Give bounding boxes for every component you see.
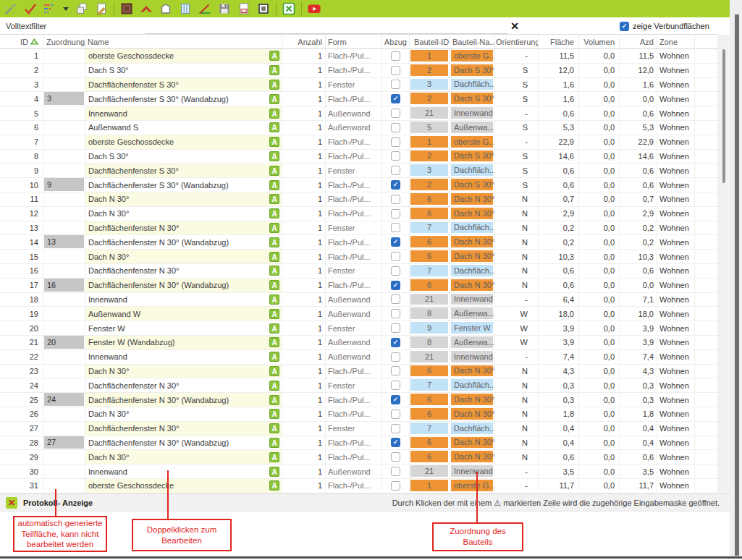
bauteil-id-value[interactable]: 21 — [410, 294, 448, 305]
bauteil-id-value[interactable]: 7 — [410, 379, 448, 391]
cell-name[interactable]: Dach S 30°A — [85, 64, 282, 77]
slope-icon[interactable] — [198, 1, 212, 16]
bauteil-name-value[interactable]: Außenwa... — [451, 122, 493, 133]
table-row[interactable]: 16Dachflächenfenster N 30°A1Fenster7Dach… — [0, 264, 717, 279]
column-header-bid[interactable]: Bauteil-ID — [410, 35, 450, 48]
cell-name[interactable]: oberste GeschossdeckeA — [85, 135, 282, 149]
cell-name[interactable]: Dach S 30°A — [85, 150, 282, 164]
abzug-checkbox[interactable] — [391, 66, 400, 75]
bauteil-id-value[interactable]: 6 — [410, 236, 448, 247]
table-row[interactable]: 13Dachflächenfenster N 30°A1Fenster7Dach… — [0, 221, 717, 236]
table-row[interactable]: 27Dachflächenfenster N 30°A1Fenster7Dach… — [0, 422, 717, 436]
bauteil-name-value[interactable]: Dach N 30° — [451, 208, 493, 219]
polygon-icon[interactable] — [159, 1, 173, 16]
cell-name[interactable]: Dachflächenfenster S 30°A — [85, 164, 282, 177]
bauteil-id-value[interactable]: 21 — [410, 107, 448, 119]
fulltext-filter-input[interactable] — [145, 20, 507, 34]
column-header-vol[interactable]: Volumen — [579, 35, 620, 48]
cell-name[interactable]: Dachflächenfenster N 30° (Wandabzug)A — [85, 436, 282, 450]
bauteil-id-value[interactable]: 9 — [410, 322, 448, 334]
table-row[interactable]: 30InnenwandA1Außenwand21Innenwand-3,50,0… — [0, 464, 717, 479]
bauteil-name-value[interactable]: Dach N 30° — [451, 437, 493, 449]
bauteil-id-value[interactable]: 6 — [410, 437, 448, 449]
bauteil-name-value[interactable]: Dach N 30° — [451, 408, 493, 420]
bauteil-id-value[interactable]: 21 — [410, 351, 448, 362]
abzug-checkbox[interactable] — [391, 352, 400, 362]
table-row[interactable]: 8Dach S 30°A1Flach-/Pul...2Dach S 30°S14… — [0, 150, 717, 164]
table-row[interactable]: 7oberste GeschossdeckeA1Flach-/Pul...1ob… — [0, 135, 717, 150]
abzug-checkbox[interactable] — [391, 281, 400, 290]
table-row[interactable]: 19Außenwand WA1Außenwand8Außenwa...W18,0… — [0, 307, 717, 321]
bauteil-name-value[interactable]: Dach N 30° — [451, 394, 493, 405]
bauteil-id-value[interactable]: 6 — [410, 451, 448, 462]
abzug-checkbox[interactable] — [391, 80, 400, 89]
save-icon[interactable] — [217, 1, 232, 16]
bauteil-id-value[interactable]: 3 — [410, 79, 448, 90]
component-icon[interactable] — [256, 1, 271, 16]
table-scrollbar-thumb[interactable] — [722, 49, 725, 183]
bauteil-id-value[interactable]: 6 — [410, 208, 448, 219]
bauteil-id-value[interactable]: 3 — [410, 164, 448, 176]
table-row[interactable]: 31oberste GeschossdeckeA1Flach-/Pul...1o… — [0, 479, 717, 493]
magic-wand-icon[interactable] — [4, 1, 18, 16]
bauteil-id-value[interactable]: 2 — [410, 93, 448, 104]
bauteil-name-value[interactable]: Dachfläch... — [451, 379, 493, 391]
abzug-checkbox[interactable] — [391, 294, 400, 304]
window-scrollbar-thumb[interactable] — [735, 14, 739, 556]
abzug-checkbox[interactable] — [391, 395, 400, 404]
window-icon[interactable] — [178, 1, 193, 16]
table-row[interactable]: 26Dach N 30°A1Flach-/Pul...6Dach N 30°N1… — [0, 407, 717, 422]
bauteil-name-value[interactable]: Innenwand — [451, 351, 493, 362]
abzug-checkbox[interactable] — [391, 381, 400, 390]
protokoll-close-icon[interactable]: ✕ — [6, 497, 17, 509]
bauteil-id-value[interactable]: 1 — [410, 50, 448, 61]
table-row[interactable]: 9Dachflächenfenster S 30°A1Fenster3Dachf… — [0, 164, 717, 178]
bauteil-id-value[interactable]: 2 — [410, 179, 448, 190]
column-header-bname[interactable]: Bauteil-Na... — [450, 35, 495, 48]
cell-name[interactable]: Dachflächenfenster N 30°A — [85, 221, 282, 235]
bauteil-id-value[interactable]: 6 — [410, 250, 448, 262]
table-row[interactable]: 2120Fenster W (Wandabzug)A1Außenwand8Auß… — [0, 336, 717, 350]
abzug-checkbox[interactable] — [391, 137, 400, 147]
column-header-anz[interactable]: Anzahl — [282, 35, 326, 48]
table-row[interactable]: 2Dach S 30°A1Flach-/Pul...2Dach S 30°S12… — [0, 64, 717, 78]
abzug-checkbox[interactable] — [391, 424, 400, 433]
table-row[interactable]: 18InnenwandA1Außenwand21Innenwand-6,40,0… — [0, 293, 717, 307]
abzug-checkbox[interactable] — [391, 438, 400, 447]
abzug-checkbox[interactable] — [391, 481, 400, 491]
copy-icon[interactable] — [75, 1, 89, 16]
bauteil-name-value[interactable]: Innenwand — [451, 294, 493, 305]
abzug-checkbox[interactable] — [391, 166, 400, 175]
bauteil-name-value[interactable]: oberste G... — [451, 50, 493, 61]
abzug-checkbox[interactable] — [391, 151, 400, 161]
check-icon[interactable] — [23, 1, 38, 16]
table-row[interactable]: 6Außenwand SA1Außenwand5Außenwa...S5,30,… — [0, 121, 717, 135]
table-row[interactable]: 1716Dachflächenfenster N 30° (Wandabzug)… — [0, 279, 717, 293]
cell-name[interactable]: oberste GeschossdeckeA — [85, 479, 282, 493]
bauteil-name-value[interactable]: Dach N 30° — [451, 451, 493, 462]
clear-filter-icon[interactable]: ✕ — [508, 20, 521, 33]
abzug-checkbox[interactable] — [391, 452, 400, 462]
cell-name[interactable]: Dachflächenfenster N 30°A — [85, 422, 282, 436]
bauteil-name-value[interactable]: oberste G... — [451, 136, 493, 148]
table-row[interactable]: 5InnenwandA1Außenwand21Innenwand-0,60,00… — [0, 106, 717, 121]
column-header-zone[interactable]: Zone — [657, 35, 695, 48]
bauteil-name-value[interactable]: Dachfläch... — [451, 423, 493, 434]
abzug-checkbox[interactable] — [391, 195, 400, 204]
cell-name[interactable]: Dachflächenfenster S 30° (Wandabzug)A — [85, 92, 282, 106]
bauteil-id-value[interactable]: 6 — [410, 365, 448, 377]
abzug-checkbox[interactable] — [391, 123, 400, 132]
column-header-ori[interactable]: Orientierung — [495, 35, 539, 48]
abzug-checkbox[interactable] — [391, 109, 400, 118]
bauteil-name-value[interactable]: Dach N 30° — [451, 250, 493, 262]
bauteil-id-value[interactable]: 7 — [410, 265, 448, 276]
table-row[interactable]: 43Dachflächenfenster S 30° (Wandabzug)A1… — [0, 92, 717, 106]
bauteil-name-value[interactable]: Dach S 30° — [451, 179, 493, 190]
bauteil-name-value[interactable]: Innenwand — [451, 107, 493, 119]
abzug-checkbox[interactable] — [391, 94, 400, 103]
bauteil-name-value[interactable]: Dach N 30° — [451, 236, 493, 247]
abzug-checkbox[interactable] — [391, 338, 400, 347]
cell-name[interactable]: InnenwandA — [85, 106, 282, 120]
cell-name[interactable]: Dachflächenfenster N 30°A — [85, 378, 282, 392]
abzug-checkbox[interactable] — [391, 410, 400, 419]
